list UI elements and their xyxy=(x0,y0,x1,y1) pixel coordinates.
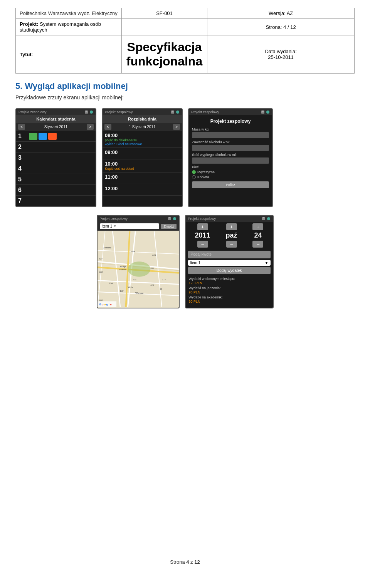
year-minus-btn[interactable]: − xyxy=(197,241,208,248)
page-cell: Strona: 4 / 12 xyxy=(207,19,355,35)
month-plus-btn[interactable]: + xyxy=(226,223,237,230)
schedule-nav: < 1 Styczeń 2011 > xyxy=(103,123,182,131)
version-cell: Wersja: AZ xyxy=(207,8,355,19)
title-label-cell: Tytuł: xyxy=(16,35,122,74)
find-button[interactable]: Znajdź xyxy=(161,224,176,229)
amount-placeholder: Podaj kwote xyxy=(191,252,212,256)
section-subtitle: Przykładowe zrzuty ekranu aplikacji mobi… xyxy=(15,94,355,101)
time-1200: 12:00 xyxy=(105,186,180,191)
day-plus-btn[interactable]: + xyxy=(252,223,263,230)
cal-month: Styczeń 2011 xyxy=(44,125,68,129)
svg-point-51 xyxy=(267,217,270,220)
date-cell: Data wydania: 25-10-2011 xyxy=(207,35,355,74)
section-title: 5. Wygląd aplikacji mobilnej xyxy=(15,81,355,91)
svg-text:631: 631 xyxy=(150,284,154,286)
mass-input[interactable] xyxy=(192,132,269,138)
cal-prev-btn[interactable]: < xyxy=(18,124,25,130)
status-bar-2: Projekt zespolowy xyxy=(103,109,182,115)
svg-text:e: e xyxy=(110,303,112,306)
sched-next-btn[interactable]: > xyxy=(173,124,180,130)
cal-next-btn[interactable]: > xyxy=(87,124,94,130)
svg-rect-7 xyxy=(262,111,264,112)
svg-text:20: 20 xyxy=(160,288,162,290)
alcohol-pct-label: Zawartość alkoholu w %: xyxy=(192,140,269,144)
schedule-header: Rozpiska dnia xyxy=(103,115,182,123)
svg-point-11 xyxy=(173,217,176,220)
year-plus-btn[interactable]: + xyxy=(197,223,208,230)
doc-id-cell: SF-001 xyxy=(121,8,207,19)
month-minus-btn[interactable]: − xyxy=(226,241,237,248)
svg-point-8 xyxy=(266,111,269,114)
floppy-icon-4 xyxy=(168,217,172,221)
event-obiad: Kupić coś na obiad xyxy=(105,167,180,171)
project-label: Projekt: xyxy=(20,21,38,27)
schedule-slot-11: 11:00 xyxy=(103,173,182,184)
male-option[interactable]: Mężczyzna xyxy=(192,170,269,174)
svg-text:Północ: Północ xyxy=(119,268,126,271)
header-table: Politechnika Warszawska wydz. Elektryczn… xyxy=(15,8,355,74)
current-month-label: Wydatki w obecnym miesiącu: xyxy=(189,277,270,281)
add-expense-button[interactable]: Dodaj wydatek xyxy=(188,267,271,274)
day-minus-btn[interactable]: − xyxy=(252,241,263,248)
app-name-1: Projekt zespolowy xyxy=(18,110,47,114)
back-icon-5 xyxy=(267,217,271,221)
svg-text:Wola: Wola xyxy=(128,286,133,288)
day-col: + 24 − xyxy=(252,223,263,248)
dorm-value: 90 PLN xyxy=(189,300,270,303)
screen-expenses: Projekt zespolowy + 2011 − + paź − xyxy=(185,215,274,308)
male-radio xyxy=(192,170,196,174)
map-svg: Żoliborz 634 634 637 Praga Północ E77 62… xyxy=(98,231,179,308)
month-col: + paź − xyxy=(226,223,237,248)
time-1100: 11:00 xyxy=(105,174,180,180)
app-name-3: Projekt zespolowy xyxy=(191,110,219,114)
floppy-icon xyxy=(84,110,88,114)
map-dropdown[interactable]: Item 1 ▼ xyxy=(100,223,160,229)
svg-text:E77: E77 xyxy=(133,278,137,281)
date-picker: + 2011 − + paź − + 24 − xyxy=(186,222,273,249)
female-label: Kobieta xyxy=(197,175,209,179)
floppy-icon-2 xyxy=(171,110,175,114)
status-icons-5 xyxy=(262,217,271,221)
cal-row-2: 2 xyxy=(16,142,96,152)
empty-cell xyxy=(121,19,207,35)
svg-text:Praga: Praga xyxy=(120,265,126,268)
screen-calendar: Projekt zespolowy Kalendarz studenta < S… xyxy=(15,108,96,207)
female-option[interactable]: Kobieta xyxy=(192,175,269,179)
amount-input[interactable]: Podaj kwote xyxy=(188,251,271,258)
schedule-slot-12: 12:00 xyxy=(103,184,182,196)
alcohol-pct-input[interactable] xyxy=(192,145,269,151)
calendar-header: Kalendarz studenta xyxy=(16,115,96,123)
calendar-rows: 1 2 3 4 5 xyxy=(16,131,96,206)
footer-total: 12 xyxy=(194,559,200,565)
svg-text:Żoliborz: Żoliborz xyxy=(103,246,111,249)
calc-body: Projekt zespolowy Masa w kg: Zawartość a… xyxy=(189,115,272,190)
item-dropdown[interactable]: Item 1 ▼ xyxy=(188,260,271,266)
main-title-cell: Specyfikacja funkcjonalna xyxy=(121,35,207,74)
item-dropdown-label: Item 1 xyxy=(190,261,201,265)
status-icons-1 xyxy=(84,110,93,114)
svg-rect-10 xyxy=(169,217,170,218)
event-orange xyxy=(48,133,57,140)
sched-prev-btn[interactable]: < xyxy=(104,124,111,130)
food-value: 90 PLN xyxy=(189,290,270,294)
screen-map: Projekt zespolowy Item 1 ▼ Znajdź xyxy=(97,215,180,308)
svg-point-24 xyxy=(128,261,150,276)
status-icons-4 xyxy=(168,217,177,221)
map-view[interactable]: Żoliborz 634 634 637 Praga Północ E77 62… xyxy=(98,231,179,308)
svg-text:g: g xyxy=(106,303,108,306)
mass-label: Masa w kg: xyxy=(192,127,269,131)
food-label: Wydatki na jedzenia: xyxy=(189,286,270,290)
cal-row-4: 4 xyxy=(16,163,96,174)
svg-text:629: 629 xyxy=(150,267,154,270)
status-icons-2 xyxy=(171,110,180,114)
event-dziekanat: pójść do dziekanatsu xyxy=(105,138,180,142)
gender-group: Płeć Mężczyzna Kobieta xyxy=(192,165,269,179)
time-0900: 09:00 xyxy=(105,149,180,155)
svg-text:o: o xyxy=(104,303,106,306)
svg-text:l: l xyxy=(108,303,109,306)
cal-row-6: 6 xyxy=(16,185,96,196)
alcohol-ml-input[interactable] xyxy=(192,157,269,164)
policz-button[interactable]: Policz xyxy=(192,181,269,188)
screenshots-row-1: Projekt zespolowy Kalendarz studenta < S… xyxy=(15,108,355,207)
month-value: paź xyxy=(226,231,237,240)
